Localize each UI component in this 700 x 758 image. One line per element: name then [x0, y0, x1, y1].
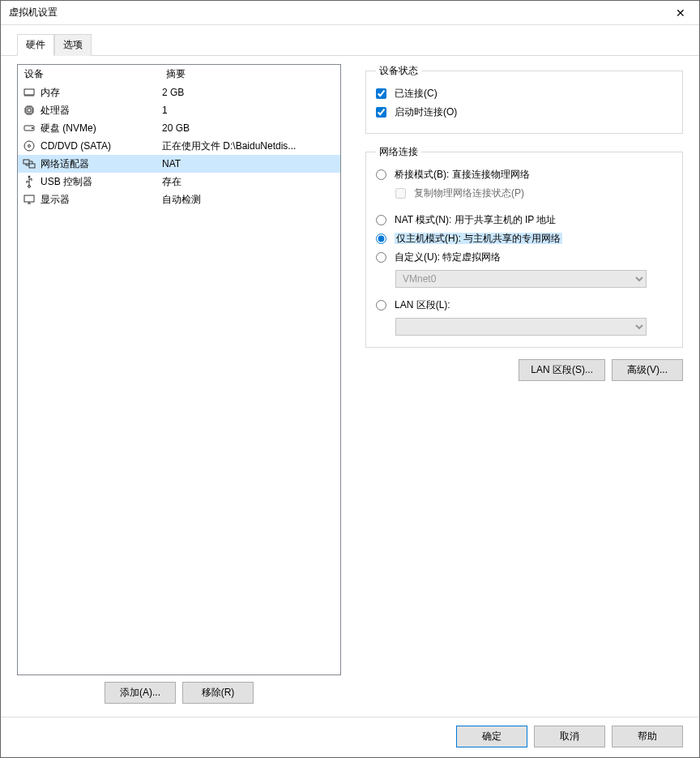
replicate-label: 复制物理网络连接状态(P) [414, 186, 524, 200]
cancel-button[interactable]: 取消 [534, 726, 605, 747]
svg-rect-1 [26, 107, 32, 113]
svg-rect-0 [24, 89, 34, 95]
custom-radio-row[interactable]: 自定义(U): 特定虚拟网络 [376, 248, 672, 267]
svg-point-9 [28, 176, 30, 178]
advanced-button[interactable]: 高级(V)... [612, 359, 683, 381]
svg-rect-8 [29, 164, 35, 168]
memory-icon [23, 86, 36, 99]
svg-point-6 [28, 145, 31, 148]
content-area: 设备 摘要 内存 2 GB 处理器 1 [1, 56, 699, 717]
network-adapter-icon [23, 157, 36, 170]
device-summary: 自动检测 [162, 193, 337, 207]
svg-point-5 [24, 141, 34, 151]
hostonly-radio[interactable] [376, 233, 386, 244]
header-device[interactable]: 设备 [18, 65, 160, 84]
device-summary: 20 GB [162, 122, 337, 134]
window-title: 虚拟机设置 [9, 6, 662, 19]
svg-rect-2 [28, 109, 31, 112]
network-connection-legend: 网络连接 [376, 145, 421, 159]
device-name: CD/DVD (SATA) [41, 140, 162, 152]
dialog-footer: 确定 取消 帮助 [1, 717, 699, 757]
connected-checkbox-row[interactable]: 已连接(C) [376, 84, 672, 103]
device-row-memory[interactable]: 内存 2 GB [18, 84, 340, 101]
ok-button[interactable]: 确定 [456, 726, 527, 747]
device-row-harddisk[interactable]: 硬盘 (NVMe) 20 GB [18, 119, 340, 137]
device-summary: 存在 [162, 175, 337, 189]
help-button[interactable]: 帮助 [612, 726, 683, 747]
device-status-legend: 设备状态 [376, 64, 421, 78]
device-name: 处理器 [41, 104, 162, 118]
device-name: USB 控制器 [41, 175, 162, 189]
bridged-label: 桥接模式(B): 直接连接物理网络 [395, 168, 530, 182]
device-row-usb[interactable]: USB 控制器 存在 [18, 173, 340, 191]
replicate-checkbox [395, 188, 406, 199]
device-summary: 2 GB [162, 87, 337, 98]
right-panel: 设备状态 已连接(C) 启动时连接(O) 网络连接 桥接模式(B): 直接连接物… [365, 64, 683, 717]
device-summary: 1 [162, 105, 337, 116]
right-button-row: LAN 区段(S)... 高级(V)... [365, 359, 683, 381]
bridged-radio-row[interactable]: 桥接模式(B): 直接连接物理网络 [376, 165, 672, 184]
svg-rect-7 [23, 160, 29, 164]
processor-icon [23, 104, 36, 117]
connect-at-poweron-label: 启动时连接(O) [395, 105, 457, 119]
device-row-cddvd[interactable]: CD/DVD (SATA) 正在使用文件 D:\BaiduNetdis... [18, 137, 340, 155]
add-button[interactable]: 添加(A)... [105, 682, 176, 704]
device-name: 内存 [41, 86, 162, 100]
bridged-radio[interactable] [376, 169, 386, 180]
titlebar: 虚拟机设置 ✕ [1, 1, 699, 25]
left-button-row: 添加(A)... 移除(R) [17, 675, 341, 717]
tabbar: 硬件 选项 [1, 25, 699, 56]
custom-network-select: VMnet0 [395, 270, 647, 288]
connect-at-poweron-checkbox[interactable] [376, 107, 386, 118]
left-panel: 设备 摘要 内存 2 GB 处理器 1 [17, 64, 341, 717]
header-summary[interactable]: 摘要 [160, 65, 340, 84]
device-name: 显示器 [41, 193, 162, 207]
cddvd-icon [23, 139, 36, 152]
connected-checkbox[interactable] [376, 88, 386, 99]
device-summary: NAT [162, 158, 337, 169]
svg-point-4 [32, 127, 33, 129]
custom-radio[interactable] [376, 252, 386, 263]
connect-at-poweron-row[interactable]: 启动时连接(O) [376, 103, 672, 122]
usb-icon [23, 175, 36, 188]
device-status-group: 设备状态 已连接(C) 启动时连接(O) [365, 64, 683, 134]
svg-rect-11 [24, 195, 34, 202]
nat-radio[interactable] [376, 215, 386, 225]
replicate-checkbox-row: 复制物理网络连接状态(P) [395, 184, 672, 203]
device-name: 硬盘 (NVMe) [41, 122, 162, 135]
lanseg-radio[interactable] [376, 300, 386, 310]
lan-segments-button[interactable]: LAN 区段(S)... [519, 359, 605, 381]
network-connection-group: 网络连接 桥接模式(B): 直接连接物理网络 复制物理网络连接状态(P) NAT… [365, 145, 683, 348]
nat-label: NAT 模式(N): 用于共享主机的 IP 地址 [395, 213, 556, 227]
device-name: 网络适配器 [41, 157, 162, 171]
device-list: 设备 摘要 内存 2 GB 处理器 1 [17, 64, 341, 675]
device-row-processor[interactable]: 处理器 1 [18, 101, 340, 119]
tab-options[interactable]: 选项 [54, 34, 92, 56]
custom-label: 自定义(U): 特定虚拟网络 [395, 251, 501, 264]
close-icon: ✕ [676, 6, 685, 19]
nat-radio-row[interactable]: NAT 模式(N): 用于共享主机的 IP 地址 [376, 211, 672, 229]
hostonly-radio-row[interactable]: 仅主机模式(H): 与主机共享的专用网络 [376, 229, 672, 248]
device-row-network-adapter[interactable]: 网络适配器 NAT [18, 155, 340, 173]
connected-label: 已连接(C) [395, 87, 438, 101]
harddisk-icon [23, 122, 36, 135]
device-row-display[interactable]: 显示器 自动检测 [18, 191, 340, 208]
hostonly-label: 仅主机模式(H): 与主机共享的专用网络 [395, 232, 562, 246]
device-list-headers: 设备 摘要 [18, 65, 340, 84]
device-summary: 正在使用文件 D:\BaiduNetdis... [162, 139, 337, 153]
remove-button[interactable]: 移除(R) [182, 682, 254, 704]
lanseg-radio-row[interactable]: LAN 区段(L): [376, 296, 672, 315]
display-icon [23, 193, 36, 206]
lanseg-label: LAN 区段(L): [395, 298, 450, 312]
close-button[interactable]: ✕ [662, 1, 699, 25]
tab-hardware[interactable]: 硬件 [17, 34, 54, 56]
lanseg-select [395, 318, 647, 336]
